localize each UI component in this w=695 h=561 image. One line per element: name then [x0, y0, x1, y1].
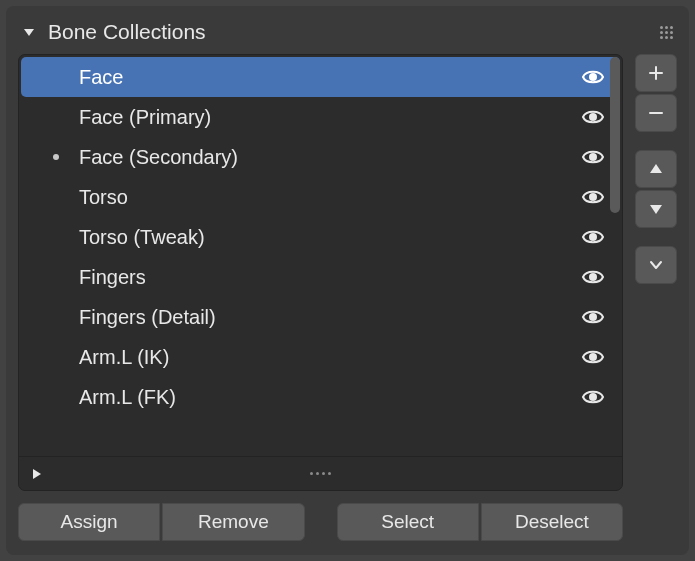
remove-button[interactable]: Remove — [162, 503, 304, 541]
list-item[interactable]: Torso — [21, 177, 620, 217]
list-item-label: Face (Primary) — [67, 106, 578, 129]
deselect-button[interactable]: Deselect — [481, 503, 623, 541]
svg-point-1 — [589, 113, 597, 121]
svg-point-5 — [589, 273, 597, 281]
list-item-label: Torso (Tweak) — [67, 226, 578, 249]
active-indicator — [45, 154, 67, 160]
specials-menu-button[interactable] — [635, 246, 677, 284]
resize-grip-icon[interactable] — [310, 472, 331, 475]
list-box-wrapper: Face Face (Primary) Face (Secondary) Tor… — [18, 54, 623, 541]
eye-icon — [580, 64, 606, 90]
side-buttons — [635, 54, 677, 541]
visibility-toggle[interactable] — [578, 184, 608, 210]
chevron-down-icon — [20, 25, 38, 39]
plus-icon — [647, 64, 665, 82]
eye-icon — [580, 304, 606, 330]
list-item[interactable]: Torso (Tweak) — [21, 217, 620, 257]
triangle-up-icon — [648, 161, 664, 177]
minus-icon — [647, 104, 665, 122]
collections-list: Face Face (Primary) Face (Secondary) Tor… — [18, 54, 623, 491]
eye-icon — [580, 144, 606, 170]
chevron-down-icon — [648, 257, 664, 273]
list-item-label: Fingers — [67, 266, 578, 289]
expand-arrow-icon[interactable] — [31, 468, 43, 480]
move-down-button[interactable] — [635, 190, 677, 228]
svg-point-0 — [589, 73, 597, 81]
visibility-toggle[interactable] — [578, 224, 608, 250]
dot-icon — [53, 154, 59, 160]
bottom-buttons: Assign Remove Select Deselect — [18, 503, 623, 541]
eye-icon — [580, 264, 606, 290]
visibility-toggle[interactable] — [578, 144, 608, 170]
svg-point-6 — [589, 313, 597, 321]
list-item-label: Arm.L (FK) — [67, 386, 578, 409]
list-item[interactable]: Arm.L (IK) — [21, 337, 620, 377]
list-footer — [19, 456, 622, 490]
visibility-toggle[interactable] — [578, 264, 608, 290]
svg-point-2 — [589, 153, 597, 161]
select-deselect-group: Select Deselect — [337, 503, 624, 541]
list-item[interactable]: Face — [21, 57, 620, 97]
remove-item-button[interactable] — [635, 94, 677, 132]
list-item[interactable]: Fingers — [21, 257, 620, 297]
eye-icon — [580, 104, 606, 130]
eye-icon — [580, 344, 606, 370]
visibility-toggle[interactable] — [578, 104, 608, 130]
eye-icon — [580, 184, 606, 210]
scrollbar-thumb[interactable] — [610, 57, 620, 213]
panel-body: Face Face (Primary) Face (Secondary) Tor… — [18, 54, 677, 541]
list-item-label: Torso — [67, 186, 578, 209]
list-item-label: Face (Secondary) — [67, 146, 578, 169]
eye-icon — [580, 384, 606, 410]
list-item[interactable]: Face (Primary) — [21, 97, 620, 137]
svg-point-8 — [589, 393, 597, 401]
drag-handle-icon[interactable] — [660, 26, 677, 39]
visibility-toggle[interactable] — [578, 384, 608, 410]
list-item[interactable]: Arm.L (FK) — [21, 377, 620, 417]
visibility-toggle[interactable] — [578, 64, 608, 90]
assign-button[interactable]: Assign — [18, 503, 160, 541]
select-button[interactable]: Select — [337, 503, 479, 541]
bone-collections-panel: Bone Collections Face Face (Primary) Fac… — [6, 6, 689, 555]
visibility-toggle[interactable] — [578, 344, 608, 370]
list-item-label: Fingers (Detail) — [67, 306, 578, 329]
visibility-toggle[interactable] — [578, 304, 608, 330]
svg-point-4 — [589, 233, 597, 241]
svg-point-7 — [589, 353, 597, 361]
list-item-label: Arm.L (IK) — [67, 346, 578, 369]
svg-point-3 — [589, 193, 597, 201]
list-item[interactable]: Face (Secondary) — [21, 137, 620, 177]
list-item-label: Face — [67, 66, 578, 89]
list-item[interactable]: Fingers (Detail) — [21, 297, 620, 337]
add-button[interactable] — [635, 54, 677, 92]
assign-remove-group: Assign Remove — [18, 503, 305, 541]
move-up-button[interactable] — [635, 150, 677, 188]
panel-title: Bone Collections — [48, 20, 206, 44]
panel-header[interactable]: Bone Collections — [18, 16, 677, 54]
eye-icon — [580, 224, 606, 250]
triangle-down-icon — [648, 201, 664, 217]
